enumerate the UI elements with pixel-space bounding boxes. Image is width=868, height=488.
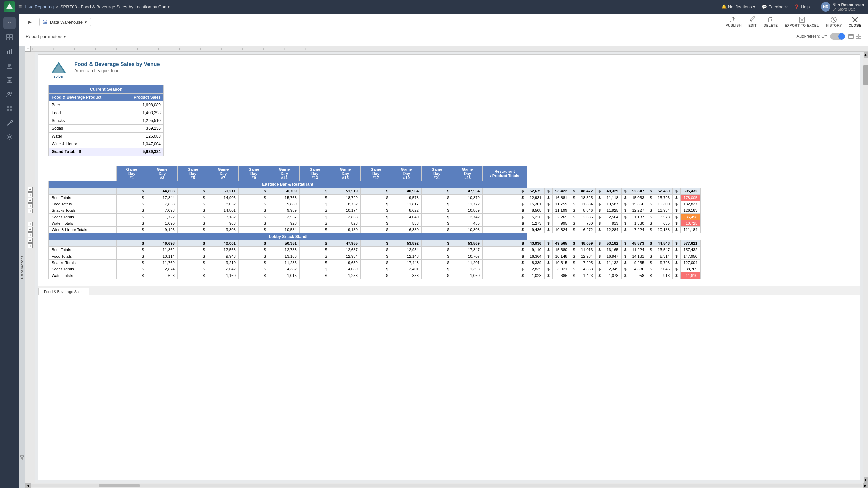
row-value: 13,547 bbox=[655, 247, 672, 253]
row-value: $ bbox=[361, 266, 391, 272]
publish-icon bbox=[730, 16, 737, 23]
scroll-left-arrow[interactable]: ◀ bbox=[25, 483, 31, 488]
row-value: $ bbox=[178, 195, 208, 201]
row-value: $ bbox=[483, 207, 527, 214]
row-value: 12,783 bbox=[269, 247, 300, 253]
hamburger-menu[interactable]: ≡ bbox=[18, 3, 22, 11]
row-value: $ bbox=[621, 207, 629, 214]
collapse-button[interactable]: ▶ bbox=[26, 18, 34, 26]
svg-point-19 bbox=[10, 81, 11, 82]
filter-icon[interactable] bbox=[20, 455, 24, 461]
expand-btn-8[interactable]: + bbox=[28, 232, 33, 237]
scroll-right-arrow[interactable]: ▶ bbox=[863, 483, 868, 488]
venue-total-value: $ bbox=[361, 188, 391, 195]
row-value: $ bbox=[117, 266, 147, 272]
sidebar-item-document[interactable] bbox=[3, 60, 16, 72]
tab-food-beverage[interactable]: Food & Beverage Sales bbox=[38, 288, 89, 295]
autorefresh-toggle[interactable] bbox=[830, 33, 845, 40]
row-value: 928 bbox=[269, 220, 300, 227]
calendar-icon[interactable] bbox=[848, 34, 854, 39]
row-value: $ bbox=[483, 220, 527, 227]
horizontal-scrollbar[interactable]: ◀ ▶ bbox=[25, 483, 868, 488]
row-value: $ bbox=[673, 201, 680, 207]
row-value: $ bbox=[621, 214, 629, 220]
publish-button[interactable]: PUBLISH bbox=[726, 16, 742, 27]
row-value: $ bbox=[545, 266, 552, 272]
sidebar-item-tools[interactable] bbox=[3, 117, 16, 129]
expand-btn-10[interactable]: + bbox=[28, 243, 33, 248]
sidebar-item-grid[interactable] bbox=[3, 31, 16, 43]
row-value: $ bbox=[178, 214, 208, 220]
sidebar-item-people[interactable] bbox=[3, 88, 16, 100]
svg-rect-22 bbox=[7, 106, 9, 108]
scroll-thumb[interactable] bbox=[863, 65, 868, 85]
row-value: $ bbox=[483, 247, 527, 253]
solver-logo-text: solver bbox=[54, 75, 63, 78]
h-scroll-thumb[interactable] bbox=[99, 484, 140, 487]
report-params-button[interactable]: Report parameters ▾ bbox=[26, 34, 66, 39]
game-day-header-4: GameDay #9 bbox=[239, 166, 269, 181]
row-value: $ bbox=[117, 195, 147, 201]
row-value: 12,227 bbox=[629, 207, 647, 214]
row-value: 11,934 bbox=[655, 207, 672, 214]
row-value: $ bbox=[361, 227, 391, 233]
svg-rect-42 bbox=[859, 37, 861, 39]
grid-view-icon[interactable] bbox=[856, 34, 861, 39]
row-value: 9,889 bbox=[269, 201, 300, 207]
report-scrollbar[interactable]: ▲ ▼ bbox=[863, 52, 868, 483]
row-value: $ bbox=[300, 214, 330, 220]
scroll-up-arrow[interactable]: ▲ bbox=[864, 52, 868, 58]
row-value: $ bbox=[117, 220, 147, 227]
app-logo[interactable] bbox=[4, 1, 15, 12]
row-value: $ bbox=[596, 207, 604, 214]
scroll-down-arrow[interactable]: ▼ bbox=[864, 477, 868, 483]
venue-total-value: $ bbox=[647, 188, 655, 195]
row-value: $ bbox=[422, 201, 452, 207]
row-value: 9,989 bbox=[269, 207, 300, 214]
expand-btn-2[interactable]: + bbox=[28, 192, 33, 197]
warehouse-label: Data Warehouse bbox=[50, 20, 83, 25]
venue-total-value: 53,892 bbox=[391, 240, 422, 247]
breadcrumb-part1[interactable]: Live Reporting bbox=[25, 4, 54, 9]
venue-total-value: 50,709 bbox=[269, 188, 300, 195]
row-value: 11,013 bbox=[578, 247, 596, 253]
report-content[interactable]: solver Food & Beverage Sales by Venue Am… bbox=[38, 54, 860, 480]
help-button[interactable]: ❓ Help bbox=[794, 4, 810, 9]
collapse-report-button[interactable]: − bbox=[25, 46, 31, 52]
row-label: Snacks Totals bbox=[49, 207, 117, 214]
history-button[interactable]: HISTORY bbox=[826, 16, 842, 27]
expand-btn-1[interactable]: + bbox=[28, 187, 33, 192]
warehouse-selector[interactable]: 🏛 Data Warehouse ▾ bbox=[39, 18, 91, 26]
close-button[interactable]: CLOSE bbox=[849, 16, 861, 27]
venue-total-value: 52,675 bbox=[527, 188, 545, 195]
svg-point-17 bbox=[8, 81, 8, 82]
row-value: 7,093 bbox=[147, 207, 178, 214]
row-value: 15,763 bbox=[269, 195, 300, 201]
expand-btn-7[interactable]: + bbox=[28, 227, 33, 232]
export-excel-button[interactable]: EXPORT TO EXCEL bbox=[785, 16, 819, 27]
expand-btn-4[interactable]: + bbox=[28, 203, 33, 208]
sidebar-item-settings[interactable] bbox=[3, 131, 16, 143]
row-value: 12,931 bbox=[527, 195, 545, 201]
sidebar-item-blocks[interactable] bbox=[3, 102, 16, 115]
h-scroll-track bbox=[31, 484, 862, 487]
expand-btn-6[interactable]: + bbox=[28, 222, 33, 226]
notifications-button[interactable]: 🔔 Notifications ▾ bbox=[721, 4, 756, 9]
row-value: 17,844 bbox=[147, 195, 178, 201]
row-value: $ bbox=[178, 272, 208, 279]
sidebar-item-chart[interactable] bbox=[3, 45, 16, 58]
sidebar-item-calculator[interactable] bbox=[3, 74, 16, 86]
edit-button[interactable]: EDIT bbox=[748, 16, 757, 27]
row-value: 8,052 bbox=[208, 201, 239, 207]
svg-point-21 bbox=[11, 92, 12, 94]
sidebar-item-home[interactable]: ⌂ bbox=[3, 17, 16, 29]
row-value: $ bbox=[673, 253, 680, 260]
game-day-header-12: Restaurant/ Product Totals bbox=[483, 166, 527, 181]
user-menu[interactable]: NR Nils Rasmussen Sr. Sports Data bbox=[816, 2, 864, 12]
expand-btn-5[interactable]: + bbox=[28, 209, 33, 214]
expand-btn-3[interactable]: + bbox=[28, 198, 33, 203]
delete-button[interactable]: DELETE bbox=[764, 16, 778, 27]
row-value: 13,166 bbox=[269, 253, 300, 260]
feedback-button[interactable]: 💬 Feedback bbox=[762, 4, 788, 9]
expand-btn-9[interactable]: + bbox=[28, 238, 33, 243]
